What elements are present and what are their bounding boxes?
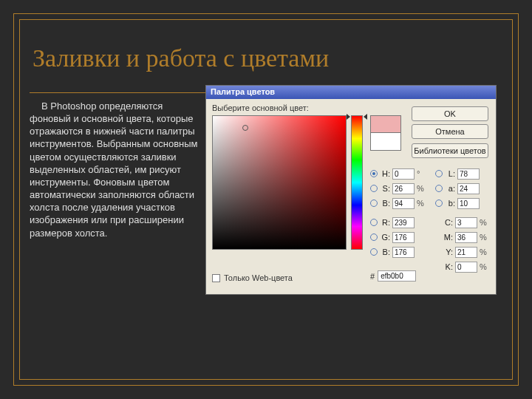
label-l: L: — [445, 169, 455, 178]
hue-arrow-right-icon — [364, 114, 367, 120]
label-h: H: — [380, 169, 390, 178]
sv-marker-icon — [242, 125, 248, 131]
swatch-new[interactable] — [370, 115, 401, 133]
unit-k: % — [480, 262, 488, 271]
input-m[interactable]: 36 — [455, 232, 477, 243]
ok-button[interactable]: OK — [412, 106, 488, 121]
radio-s[interactable] — [370, 185, 378, 192]
swatch-old[interactable] — [370, 133, 401, 151]
unit-y: % — [480, 248, 488, 256]
radio-l[interactable] — [435, 170, 443, 177]
radio-h[interactable] — [370, 170, 378, 177]
label-lab-b: b: — [445, 199, 455, 208]
hue-arrow-left-icon — [347, 114, 350, 120]
input-a[interactable]: 24 — [457, 183, 480, 194]
hash-icon: # — [370, 272, 375, 281]
input-h[interactable]: 0 — [392, 168, 415, 180]
row-y: Y: 21 % — [443, 245, 488, 259]
label-a: a: — [445, 184, 455, 193]
row-k: K: 0 % — [443, 260, 488, 273]
slide-body: В Photoshop определяются фоновый и основ… — [30, 100, 205, 239]
unit-h: ° — [417, 169, 426, 178]
radio-b[interactable] — [370, 248, 378, 256]
sv-field[interactable] — [212, 115, 347, 250]
row-s: S: 26 % — [370, 182, 426, 195]
row-hex: # efb0b0 — [370, 270, 416, 282]
unit-bright: % — [417, 199, 426, 208]
row-a: a: 24 — [435, 182, 480, 195]
dialog-titlebar[interactable]: Палитра цветов — [206, 86, 496, 99]
title-rule — [30, 92, 205, 93]
input-bright[interactable]: 94 — [392, 198, 415, 209]
row-lab-b: b: 10 — [435, 197, 480, 210]
web-only-label: Только Web-цвета — [224, 273, 293, 282]
input-y[interactable]: 21 — [455, 247, 477, 258]
label-r: R: — [380, 218, 390, 227]
row-r: R: 239 — [370, 216, 415, 229]
row-b: B: 176 — [370, 245, 415, 259]
input-c[interactable]: 3 — [455, 217, 477, 228]
input-lab-b[interactable]: 10 — [457, 198, 480, 209]
label-m: M: — [443, 233, 453, 242]
unit-s: % — [417, 184, 426, 193]
radio-r[interactable] — [370, 219, 378, 226]
slide-body-text: В Photoshop определяются фоновый и основ… — [30, 100, 198, 239]
label-y: Y: — [443, 248, 453, 256]
color-picker-dialog: Палитра цветов Выберите основной цвет: O… — [205, 85, 497, 295]
input-s[interactable]: 26 — [392, 183, 415, 194]
hue-slider[interactable] — [351, 115, 363, 250]
dialog-body: Выберите основной цвет: OK Отмена Библио… — [206, 99, 496, 294]
unit-c: % — [480, 218, 488, 227]
input-g[interactable]: 176 — [392, 232, 415, 243]
label-g: G: — [380, 233, 390, 242]
row-l: L: 78 — [435, 167, 480, 180]
input-hex[interactable]: efb0b0 — [378, 270, 416, 282]
label-c: C: — [443, 218, 453, 227]
input-b[interactable]: 176 — [392, 247, 415, 258]
prompt-label: Выберите основной цвет: — [212, 103, 309, 112]
label-k: K: — [443, 262, 453, 271]
label-b: B: — [380, 248, 390, 256]
row-g: G: 176 — [370, 231, 415, 244]
cancel-button[interactable]: Отмена — [412, 124, 488, 139]
libraries-button[interactable]: Библиотеки цветов — [412, 143, 488, 158]
slide: Заливки и работа с цветами В Photoshop о… — [0, 0, 532, 399]
input-l[interactable]: 78 — [457, 168, 480, 180]
label-s: S: — [380, 184, 390, 193]
radio-bright[interactable] — [370, 200, 378, 207]
input-r[interactable]: 239 — [392, 217, 415, 228]
row-c: C: 3 % — [443, 216, 488, 229]
row-m: M: 36 % — [443, 231, 488, 244]
radio-g[interactable] — [370, 233, 378, 241]
unit-m: % — [480, 233, 488, 242]
radio-a[interactable] — [435, 185, 443, 192]
radio-lab-b[interactable] — [435, 200, 443, 207]
slide-title: Заливки и работа с цветами — [33, 44, 329, 72]
input-k[interactable]: 0 — [455, 262, 477, 273]
checkbox-icon — [212, 274, 220, 282]
row-h: H: 0 ° — [370, 167, 426, 180]
web-only-checkbox[interactable]: Только Web-цвета — [212, 273, 293, 282]
label-bright: B: — [380, 199, 390, 208]
row-bright: B: 94 % — [370, 197, 426, 210]
